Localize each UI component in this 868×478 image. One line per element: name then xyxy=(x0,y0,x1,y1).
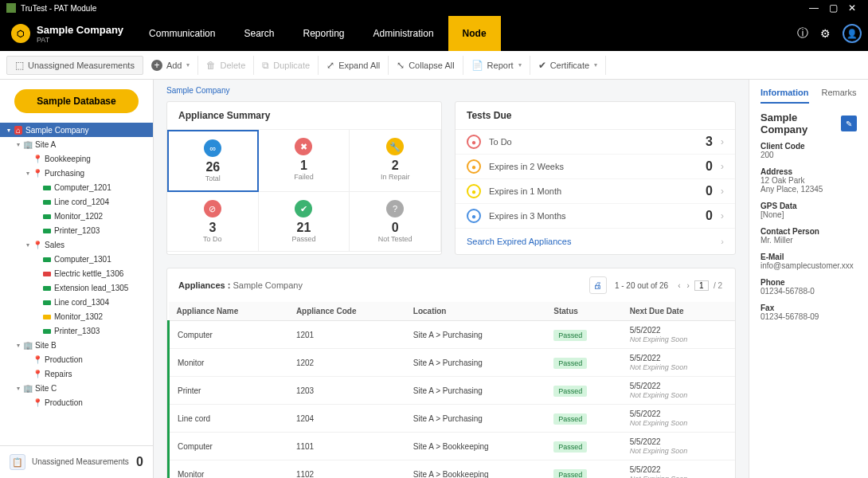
tree-node[interactable]: Electric kettle_1306 xyxy=(0,266,153,280)
tree-node[interactable]: Computer_1301 xyxy=(0,252,153,266)
database-button[interactable]: Sample Database xyxy=(14,89,139,113)
settings-icon[interactable]: ⚙ xyxy=(814,27,836,40)
tree-node[interactable]: Line cord_1304 xyxy=(0,295,153,309)
unassigned-label: Unassigned Measurements xyxy=(32,457,136,467)
table-row[interactable]: Monitor1102Site A > BookkeepingPassed5/5… xyxy=(169,460,736,479)
test-due-row[interactable]: ●Expires in 2 Weeks0› xyxy=(456,155,735,179)
minimize-button[interactable]: — xyxy=(804,2,823,14)
clipboard-icon: 📋 xyxy=(10,454,25,470)
menu-communication[interactable]: Communication xyxy=(135,16,229,51)
info-field: Address12 Oak ParkAny Place, 12345 xyxy=(760,167,857,194)
col-header[interactable]: Appliance Name xyxy=(169,302,288,321)
summary-not-tested[interactable]: ?0Not Tested xyxy=(350,192,441,252)
maximize-button[interactable]: ▢ xyxy=(823,2,843,14)
table-row[interactable]: Monitor1202Site A > PurchasingPassed5/5/… xyxy=(169,349,736,377)
window-title: TruTest - PAT Module xyxy=(21,4,96,13)
col-header[interactable]: Location xyxy=(405,302,545,321)
chevron-right-icon: › xyxy=(721,237,724,246)
brand-name: Sample Company xyxy=(37,24,123,36)
table-row[interactable]: Computer1101Site A > BookkeepingPassed5/… xyxy=(169,433,736,460)
tree-node[interactable]: Line cord_1204 xyxy=(0,194,153,209)
menu-search[interactable]: Search xyxy=(229,16,288,51)
search-expired-link[interactable]: Search Expired Appliances› xyxy=(456,229,735,254)
user-avatar[interactable]: 👤 xyxy=(843,24,862,43)
breadcrumb: Sample Company xyxy=(154,80,749,101)
summary-title: Appliance Summary xyxy=(167,102,441,130)
print-button[interactable]: 🖨 xyxy=(589,276,607,294)
summary-in-repair[interactable]: 🔧2In Repair xyxy=(350,130,441,192)
edit-button[interactable]: ✎ xyxy=(841,116,857,131)
table-title: Appliances : xyxy=(178,280,230,290)
help-icon[interactable]: ⓘ xyxy=(792,26,814,41)
info-field: E-Mailinfo@samplecustomer.xxx xyxy=(760,253,857,270)
brand-sub: PAT xyxy=(37,36,123,44)
unassigned-measurements-button[interactable]: ⬚Unassigned Measurements xyxy=(6,56,143,75)
info-field: Phone01234-56788-0 xyxy=(760,278,857,296)
col-header[interactable]: Appliance Code xyxy=(288,302,405,321)
breadcrumb-link[interactable]: Sample Company xyxy=(166,86,229,95)
tree-node[interactable]: Extension lead_1305 xyxy=(0,280,153,295)
expand-all-button[interactable]: ⤢Expand All xyxy=(319,56,389,75)
page-input[interactable] xyxy=(694,280,709,291)
tree-node[interactable]: ▾⌂Sample Company xyxy=(0,123,153,137)
info-field: Contact PersonMr. Miller xyxy=(760,227,857,245)
page-info: 1 - 20 out of 26 xyxy=(615,281,668,290)
test-due-row[interactable]: ●To Do3› xyxy=(456,130,735,155)
unassigned-count: 0 xyxy=(136,455,143,469)
add-button[interactable]: +Add▾ xyxy=(143,56,199,75)
app-logo xyxy=(6,3,16,13)
menu-reporting[interactable]: Reporting xyxy=(289,16,359,51)
summary-total[interactable]: ∞26Total xyxy=(167,130,259,192)
tree-node[interactable]: ▾🏢Site A xyxy=(0,137,153,151)
table-row[interactable]: Printer1203Site A > PurchasingPassed5/5/… xyxy=(169,377,736,405)
appliance-summary-card: Appliance Summary ∞26Total✖1Failed🔧2In R… xyxy=(166,101,442,255)
menu-node[interactable]: Node xyxy=(448,16,501,51)
table-subtitle: Sample Company xyxy=(233,280,302,290)
test-due-row[interactable]: ●Expires in 1 Month0› xyxy=(456,179,735,204)
info-field: Fax01234-56788-09 xyxy=(760,304,857,321)
summary-failed[interactable]: ✖1Failed xyxy=(259,130,350,192)
test-due-row[interactable]: ●Expires in 3 Months0› xyxy=(456,204,735,229)
tree-node[interactable]: Monitor_1202 xyxy=(0,209,153,223)
report-button[interactable]: 📄Report▾ xyxy=(463,56,530,75)
pager-next[interactable]: › xyxy=(686,281,691,290)
tree-node[interactable]: Printer_1303 xyxy=(0,323,153,338)
tree-node[interactable]: ▾🏢Site B xyxy=(0,338,153,352)
summary-passed[interactable]: ✔21Passed xyxy=(259,192,350,252)
unassigned-panel[interactable]: 📋 Unassigned Measurements 0 xyxy=(0,445,153,478)
tree-node[interactable]: ▾🏢Site C xyxy=(0,381,153,395)
appliances-table-card: Appliances : Sample Company 🖨 1 - 20 out… xyxy=(166,268,736,478)
tree-node[interactable]: 📍Repairs xyxy=(0,366,153,381)
brand-icon: ⬡ xyxy=(11,24,30,43)
tree-node[interactable]: 📍Production xyxy=(0,352,153,366)
info-panel: Information Remarks Sample Company ✎ Cli… xyxy=(749,80,868,478)
certificate-button[interactable]: ✔Certificate▾ xyxy=(530,56,607,75)
tab-information[interactable]: Information xyxy=(760,88,809,104)
close-button[interactable]: ✕ xyxy=(843,2,862,14)
table-row[interactable]: Computer1201Site A > PurchasingPassed5/5… xyxy=(169,321,736,349)
collapse-all-button[interactable]: ⤡Collapse All xyxy=(389,56,463,75)
duplicate-button: ⧉Duplicate xyxy=(254,56,319,75)
menu-administration[interactable]: Administration xyxy=(359,16,448,51)
tree-node[interactable]: 📍Production xyxy=(0,395,153,409)
summary-to-do[interactable]: ⊘3To Do xyxy=(167,192,259,252)
tree-node[interactable]: ▾📍Purchasing xyxy=(0,166,153,180)
customer-tree[interactable]: ▾⌂Sample Company▾🏢Site A📍Bookkeeping▾📍Pu… xyxy=(0,123,153,445)
tab-remarks[interactable]: Remarks xyxy=(822,88,857,104)
info-field: Client Code200 xyxy=(760,142,857,159)
page-total: / 2 xyxy=(712,281,724,290)
tests-due-title: Tests Due xyxy=(456,102,735,130)
info-field: GPS Data[None] xyxy=(760,202,857,219)
tree-node[interactable]: Monitor_1302 xyxy=(0,309,153,323)
col-header[interactable]: Next Due Date xyxy=(622,302,735,321)
table-row[interactable]: Line cord1204Site A > PurchasingPassed5/… xyxy=(169,405,736,433)
tree-node[interactable]: 📍Bookkeeping xyxy=(0,151,153,166)
pager-prev[interactable]: ‹ xyxy=(676,281,682,290)
delete-button: 🗑Delete xyxy=(198,56,254,75)
tree-node[interactable]: ▾📍Sales xyxy=(0,237,153,252)
tree-node[interactable]: Printer_1203 xyxy=(0,223,153,237)
col-header[interactable]: Status xyxy=(545,302,621,321)
tree-node[interactable]: Computer_1201 xyxy=(0,180,153,194)
info-title: Sample Company xyxy=(760,112,841,135)
tests-due-card: Tests Due ●To Do3›●Expires in 2 Weeks0›●… xyxy=(455,101,736,255)
